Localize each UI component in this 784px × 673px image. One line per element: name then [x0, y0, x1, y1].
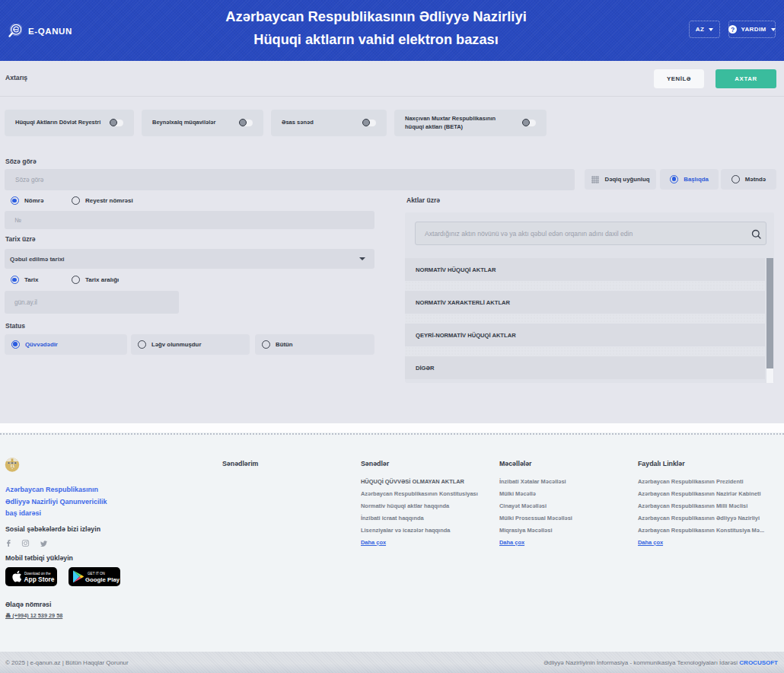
svg-text:GET IT ON: GET IT ON: [88, 572, 105, 576]
svg-text:Google Play: Google Play: [85, 576, 120, 583]
svg-text:App Store: App Store: [24, 576, 55, 583]
